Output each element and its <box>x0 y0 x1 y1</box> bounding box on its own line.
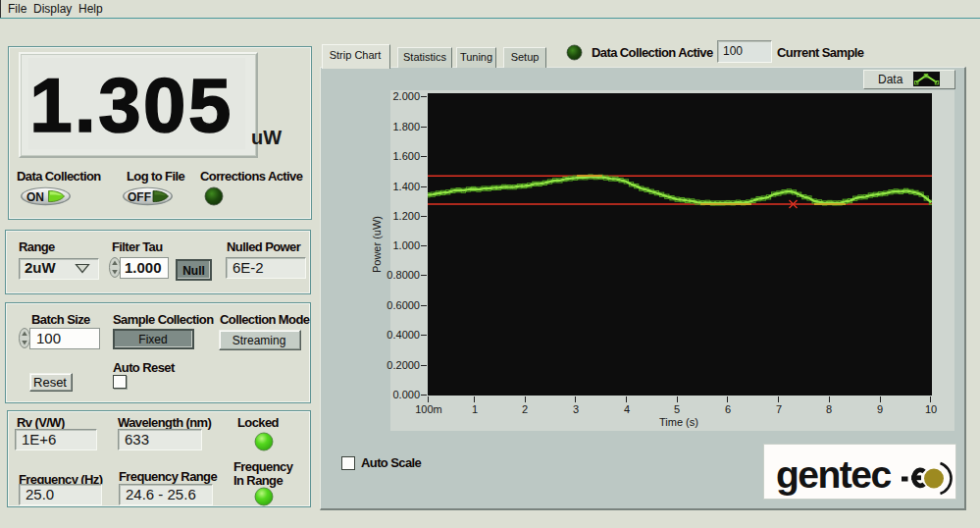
svg-text:OFF: OFF <box>128 190 151 204</box>
svg-text:gentec: gentec <box>776 453 892 496</box>
svg-text:ON: ON <box>26 190 44 204</box>
